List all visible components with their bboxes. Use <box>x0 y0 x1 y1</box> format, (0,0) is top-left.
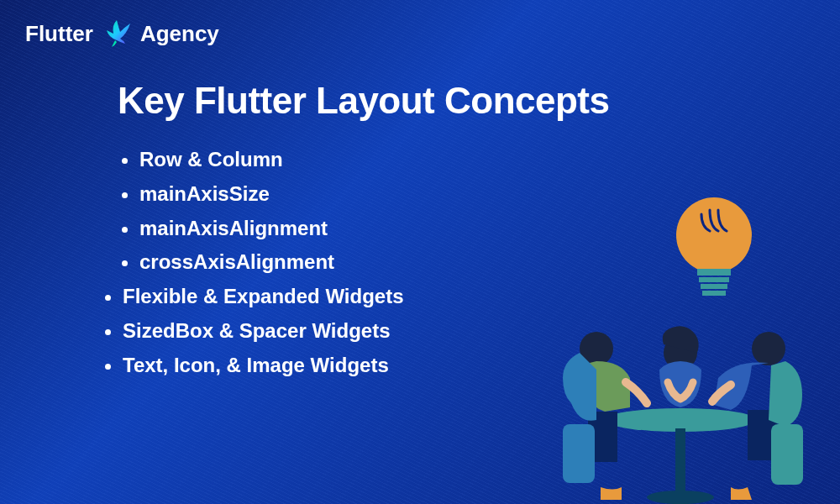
hummingbird-icon <box>100 17 134 50</box>
svg-rect-14 <box>771 424 803 485</box>
svg-point-7 <box>647 491 714 504</box>
list-item: Text, Icon, & Image Widgets <box>123 349 404 383</box>
list-item: Flexible & Expanded Widgets <box>123 280 404 314</box>
list-item: crossAxisAlignment <box>139 245 404 280</box>
team-meeting-illustration <box>538 185 823 504</box>
concept-list: Row & Column mainAxisSize mainAxisAlignm… <box>118 143 404 383</box>
svg-rect-4 <box>702 291 726 296</box>
svg-rect-1 <box>697 269 731 276</box>
svg-rect-2 <box>699 277 729 282</box>
logo-text-right: Agency <box>140 21 219 47</box>
list-item: SizedBox & Spacer Widgets <box>123 314 404 349</box>
svg-rect-10 <box>563 424 595 483</box>
list-item: Row & Column <box>139 143 404 177</box>
svg-rect-3 <box>701 284 727 289</box>
lightbulb-icon <box>676 197 752 296</box>
person-middle <box>659 326 701 407</box>
logo-text-left: Flutter <box>25 21 93 47</box>
svg-rect-6 <box>675 428 685 496</box>
brand-logo: Flutter Agency <box>25 17 219 50</box>
svg-point-0 <box>676 197 752 273</box>
list-item: mainAxisSize <box>139 177 404 212</box>
svg-point-12 <box>752 332 785 365</box>
list-item: mainAxisAlignment <box>139 212 404 246</box>
svg-point-5 <box>605 408 756 432</box>
page-title: Key Flutter Layout Concepts <box>118 80 609 122</box>
